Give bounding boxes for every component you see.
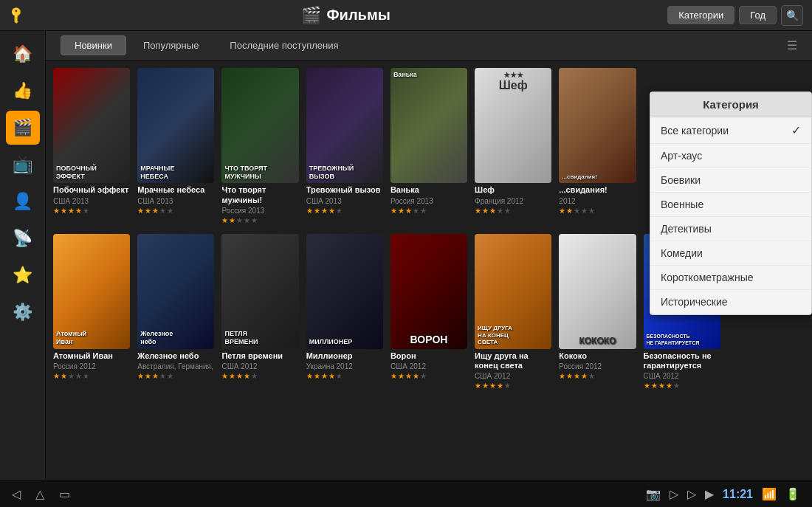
movie-stars-1: ★★★★★ <box>53 207 130 215</box>
sidebar-item-home[interactable]: 🏠 <box>6 37 40 71</box>
movie-meta-4: США 2013 <box>306 197 383 205</box>
movie-stars-5: ★★★★★ <box>390 207 467 215</box>
movie-meta-5: Россия 2013 <box>390 197 467 205</box>
category-dropdown: Категория Все категории ✓ Арт-хаус ✓ Бое… <box>650 92 812 315</box>
movie-stars-11: ★★★★★ <box>306 372 383 380</box>
app-title: 🎬 Фильмы <box>24 6 667 25</box>
movie-title-5: Ванька <box>390 185 467 195</box>
movie-info-10: Петля времени США 2012 ★★★★★ <box>221 349 298 382</box>
dropdown-item-4[interactable]: Детективы ✓ <box>650 217 811 241</box>
movie-poster-6: ★★★Шеф <box>475 68 551 183</box>
dropdown-item-7[interactable]: Исторические ✓ <box>650 290 811 314</box>
sidebar-item-thumb[interactable]: 👍 <box>6 74 40 108</box>
movie-card-12[interactable]: ВОРОН Ворон США 2012 ★★★★★ <box>390 234 467 393</box>
dropdown-item-5[interactable]: Комедии ✓ <box>650 241 811 266</box>
movie-stars-7: ★★★★★ <box>559 207 636 215</box>
dropdown-item-6[interactable]: Короткометражные ✓ <box>650 266 811 290</box>
home-sys-icon[interactable]: △ <box>35 487 44 501</box>
forward-icon[interactable]: ▶ <box>705 487 714 501</box>
back-icon[interactable]: ◁ <box>12 487 21 501</box>
movie-title-10: Петля времени <box>221 351 298 361</box>
play-icon[interactable]: ▷ <box>670 487 678 501</box>
sys-left: ◁ △ ▭ <box>12 487 70 501</box>
year-button[interactable]: Год <box>739 6 777 24</box>
movie-meta-10: США 2012 <box>221 362 298 370</box>
movie-poster-9: Железноенебо <box>137 234 214 349</box>
poster-text-9: Железноенебо <box>140 330 211 346</box>
movie-info-6: Шеф Франция 2012 ★★★★★ <box>475 183 551 216</box>
movie-stars-8: ★★★★★ <box>53 372 130 380</box>
movie-meta-1: США 2013 <box>53 197 130 205</box>
movie-card-7[interactable]: ...свидания! ...свидания! 2012 ★★★★★ <box>559 68 636 227</box>
movie-stars-13: ★★★★★ <box>475 382 551 390</box>
sidebar-item-avatar[interactable]: 👤 <box>6 184 40 218</box>
channel-icon: 📡 <box>13 229 32 248</box>
movie-stars-15: ★★★★★ <box>644 382 720 390</box>
avatar-icon: 👤 <box>13 192 32 211</box>
top-bar-actions: Категории Год 🔍 <box>667 5 803 26</box>
movie-info-3: Что творят мужчины! Россия 2013 ★★★★★ <box>221 183 298 226</box>
play2-icon[interactable]: ▷ <box>687 487 696 501</box>
poster-text-6: ★★★Шеф <box>478 71 548 92</box>
dropdown-item-3[interactable]: Военные ✓ <box>650 193 811 217</box>
movie-poster-2: МРАЧНЫЕНЕБЕСА <box>137 68 214 183</box>
poster-text-5: Ванька <box>393 71 464 78</box>
poster-text-1: ПОБОЧНЫЙ ЭФФЕКТ <box>56 165 127 181</box>
movie-card-13[interactable]: ИЩУ ДРУГАНА КОНЕЦСВЕТА Ищу друга на коне… <box>475 234 551 393</box>
poster-text-8: АтомныйИван <box>56 330 127 346</box>
sidebar-item-tv[interactable]: 📺 <box>6 148 40 182</box>
sidebar-item-settings[interactable]: ⚙️ <box>6 295 40 329</box>
movie-meta-15: США 2012 <box>644 372 720 380</box>
movie-card-5[interactable]: Ванька Ванька Россия 2013 ★★★★★ <box>390 68 467 227</box>
sidebar-item-movies[interactable]: 🎬 <box>6 111 40 145</box>
movie-meta-3: Россия 2013 <box>221 207 298 215</box>
system-bar: ◁ △ ▭ 📷 ▷ ▷ ▶ 11:21 📶 🔋 <box>0 480 812 507</box>
movie-title-11: Миллионер <box>306 351 383 361</box>
sidebar-item-channel[interactable]: 📡 <box>6 221 40 255</box>
tab-recent[interactable]: Последние поступления <box>216 35 352 55</box>
movie-info-14: Кококо Россия 2012 ★★★★★ <box>559 349 636 382</box>
movie-card-2[interactable]: МРАЧНЫЕНЕБЕСА Мрачные небеса США 2013 ★★… <box>137 68 214 227</box>
movie-info-13: Ищу друга на конец света США 2012 ★★★★★ <box>475 349 551 392</box>
movie-card-3[interactable]: ЧТО ТВОРЯТМУЖЧИНЫ Что творят мужчины! Ро… <box>221 68 298 227</box>
categories-button[interactable]: Категории <box>667 6 734 24</box>
time-display: 11:21 <box>723 488 753 501</box>
movie-card-9[interactable]: Железноенебо Железное небо Австралия, Ге… <box>137 234 214 393</box>
search-icon: 🔍 <box>786 10 799 21</box>
movie-card-10[interactable]: ПЕТЛЯВРЕМЕНИ Петля времени США 2012 ★★★★… <box>221 234 298 393</box>
movie-title-8: Атомный Иван <box>53 351 130 361</box>
movie-meta-14: Россия 2012 <box>559 362 636 370</box>
movies-icon: 🎬 <box>13 118 32 137</box>
movie-card-14[interactable]: КОКОКО Кококо Россия 2012 ★★★★★ <box>559 234 636 393</box>
sidebar-item-star[interactable]: ⭐ <box>6 258 40 292</box>
poster-text-11: МИЛЛИОНЕР <box>309 338 380 346</box>
movie-card-4[interactable]: ТРЕВОЖНЫЙВЫЗОВ Тревожный вызов США 2013 … <box>306 68 383 227</box>
tab-popular[interactable]: Популярные <box>129 35 213 55</box>
movie-meta-12: США 2012 <box>390 362 467 370</box>
wifi-icon: 📶 <box>762 487 777 501</box>
main-layout: 🏠 👍 🎬 📺 👤 📡 ⭐ ⚙️ Новинки Популярные По <box>0 31 812 480</box>
recent-icon[interactable]: ▭ <box>59 487 70 501</box>
movie-meta-13: США 2012 <box>475 372 551 380</box>
camera-icon[interactable]: 📷 <box>646 487 661 501</box>
movie-card-6[interactable]: ★★★Шеф Шеф Франция 2012 ★★★★★ <box>475 68 551 227</box>
filter-bar: Новинки Популярные Последние поступления… <box>46 31 812 61</box>
movie-card-1[interactable]: ПОБОЧНЫЙ ЭФФЕКТ Побочный эффект США 2013… <box>53 68 130 227</box>
filter-menu-icon[interactable]: ☰ <box>787 38 797 52</box>
dropdown-item-0[interactable]: Все категории ✓ <box>650 117 811 144</box>
dropdown-item-2[interactable]: Боевики ✓ <box>650 168 811 193</box>
movie-title-6: Шеф <box>475 185 551 195</box>
star-icon: ⭐ <box>13 266 32 285</box>
movie-poster-13: ИЩУ ДРУГАНА КОНЕЦСВЕТА <box>475 234 551 349</box>
poster-text-12: ВОРОН <box>393 334 464 346</box>
movie-stars-10: ★★★★★ <box>221 372 298 380</box>
movie-poster-7: ...свидания! <box>559 68 636 183</box>
tab-new[interactable]: Новинки <box>61 35 126 55</box>
search-button[interactable]: 🔍 <box>781 5 803 26</box>
movie-title-2: Мрачные небеса <box>137 185 214 195</box>
movie-card-8[interactable]: АтомныйИван Атомный Иван Россия 2012 ★★★… <box>53 234 130 393</box>
movie-poster-3: ЧТО ТВОРЯТМУЖЧИНЫ <box>221 68 298 183</box>
movie-card-11[interactable]: МИЛЛИОНЕР Миллионер Украина 2012 ★★★★★ <box>306 234 383 393</box>
dropdown-item-1[interactable]: Арт-хаус ✓ <box>650 144 811 168</box>
poster-text-2: МРАЧНЫЕНЕБЕСА <box>140 165 211 181</box>
